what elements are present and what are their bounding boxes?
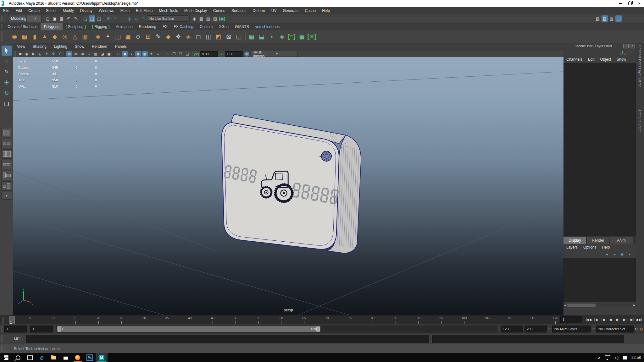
poly-cone-icon[interactable]: ▲ [40,32,49,41]
menu-item[interactable]: Mesh Tools [156,7,181,14]
paint-select-tool[interactable]: ✎ [2,67,12,77]
layout-persp-graph-button[interactable] [1,160,12,169]
checker-icon[interactable]: ◍ [142,51,148,57]
anim-layer-dropdown[interactable]: No Anim Layer [552,326,591,332]
lighting-icon[interactable]: ☀ [148,51,154,57]
menu-item[interactable]: Windows [96,7,117,14]
cylindrical-mapping-icon[interactable]: ⬓ [257,32,266,41]
scroll-left-icon[interactable]: ◀ [564,304,566,307]
film-gate-icon[interactable]: ▭ [73,51,79,57]
undo-icon[interactable]: ↶ [65,15,72,22]
no-live-surface-field[interactable]: No Live Surface [147,15,188,22]
attribute-editor-toggle-icon[interactable]: ▤ [602,15,608,22]
target-weld-icon[interactable]: ❖ [174,32,183,41]
shelf-tab[interactable]: FX Caching [170,23,197,30]
menu-item[interactable]: Edit [12,7,25,14]
create-layer-from-selected-icon[interactable]: ◗ [626,251,633,257]
step-forward-frame-button[interactable]: ▶| [628,316,636,323]
shelf-tab[interactable]: [ Rigging ] [89,23,113,30]
layer-editor-tab[interactable]: Anim [610,237,633,244]
maya-icon[interactable]: M [96,353,108,362]
move-tool[interactable]: ✚ [2,78,12,88]
lock-camera-icon[interactable]: ◉ [24,51,30,57]
select-hierarchy-icon[interactable]: ⬚ [82,15,88,22]
panel-menu-item[interactable]: View [13,43,29,51]
restore-button[interactable] [625,0,635,7]
snap-to-projected-center-icon[interactable]: ◎ [126,15,133,22]
playback-end-field[interactable]: 120 [501,326,523,332]
minimize-button[interactable] [616,0,625,7]
xray-joints-icon[interactable]: ❏ [178,51,184,57]
bookmark-icon[interactable]: ◣ [37,51,43,57]
start-button[interactable] [0,353,12,362]
file-explorer-icon[interactable] [48,353,60,362]
playback-start-field[interactable]: 1 [30,326,53,332]
create-empty-layer-icon[interactable]: ◆ [619,251,625,257]
close-button[interactable]: × [635,0,644,7]
panel-menu-item[interactable]: Shading [29,43,50,51]
gate-mask-icon[interactable]: ● [86,51,92,57]
ipr-render-icon[interactable]: ▥ [205,15,211,22]
menu-item[interactable]: Create [25,7,43,14]
mel-label[interactable]: MEL [14,337,22,341]
search-button[interactable] [12,353,24,362]
make-live-icon[interactable]: ◠ [140,15,147,22]
unfold-uv-icon[interactable]: [✕] [307,32,317,41]
screenshot-icon[interactable]: ◲ [184,51,190,57]
panel-menu-item[interactable]: Renderer [88,43,111,51]
rotate-tool[interactable]: ↻ [2,88,12,98]
channel-box-side-tab[interactable]: Channel Box / Layer Editor [638,45,641,87]
menu-item[interactable]: Deform [249,7,268,14]
taskbar-clock[interactable]: 22:58 [631,355,641,360]
render-current-frame-icon[interactable]: ▦ [198,15,204,22]
select-camera-icon[interactable]: ◼ [17,51,23,57]
channel-box-body[interactable] [564,63,636,236]
chevron-down-icon[interactable]: ▽ [548,327,551,331]
poly-pyramid-icon[interactable]: △ [70,32,80,41]
menu-item[interactable]: Edit Mesh [133,7,156,14]
render-view-icon[interactable]: ◉ [191,15,197,22]
display-box-mesh[interactable] [222,114,361,253]
save-scene-icon[interactable]: ▦ [58,15,65,22]
layout-four-pane-button[interactable] [1,139,12,148]
animation-end-field[interactable]: 200 [525,326,547,332]
tool-settings-toggle-icon[interactable]: ▥ [608,15,615,22]
current-time-marker[interactable]: 1 [9,316,15,325]
xray-icon[interactable]: ❐ [171,51,177,57]
select-tool[interactable] [2,46,12,56]
poly-cylinder-icon[interactable]: ▮ [30,32,39,41]
menu-item[interactable]: File [0,7,12,14]
panel-menu-item[interactable]: Panels [111,43,130,51]
chevron-down-icon[interactable]: ▽ [592,327,595,331]
wireframe-icon[interactable]: ◇ [115,51,121,57]
poly-cube-icon[interactable]: ▦ [20,32,29,41]
reverse-normals-icon[interactable]: ◓ [103,32,113,41]
fill-hole-icon[interactable]: ▦ [123,32,133,41]
menu-item[interactable]: UV [268,7,280,14]
select-object-icon[interactable]: ⬚ [89,15,95,22]
shelf-tab[interactable]: FX [159,23,170,30]
mirror-icon[interactable]: ◫ [113,32,123,41]
play-backwards-button[interactable]: ◀ [607,316,614,323]
wireframe-on-shaded-icon[interactable]: ◖ [129,51,135,57]
modeling-toolkit-toggle-icon[interactable]: ▤ [595,15,601,22]
float-panel-icon[interactable]: ❏ [623,44,629,48]
character-set-dropdown[interactable]: No Character Set [596,326,634,332]
menu-item[interactable]: Curves [210,7,228,14]
move-layer-down-icon[interactable]: ◂ [611,251,618,257]
extrude-icon[interactable]: ◈ [184,32,193,41]
poly-pipe-icon[interactable]: ▥ [80,32,90,41]
panel-menu-item[interactable]: Lighting [50,43,71,51]
channel-box-toggle-icon[interactable]: ❏ [615,15,622,22]
step-back-frame-button[interactable]: |◀ [592,316,599,323]
exposure-icon[interactable]: [⟳] [194,51,200,57]
layer-list[interactable] [564,258,636,302]
current-frame-field[interactable]: 1 [560,316,582,323]
task-view-button[interactable] [24,353,36,362]
uv-editor-icon[interactable]: ▦ [297,32,307,41]
gamma-field[interactable]: 1.00 [225,51,243,57]
layer-editor-tab[interactable]: Render [587,237,609,244]
layer-editor-menu-item[interactable]: Layers [564,245,580,250]
shelf-tab[interactable]: Rendering [136,23,159,30]
scale-tool[interactable]: ❏ [2,99,12,109]
